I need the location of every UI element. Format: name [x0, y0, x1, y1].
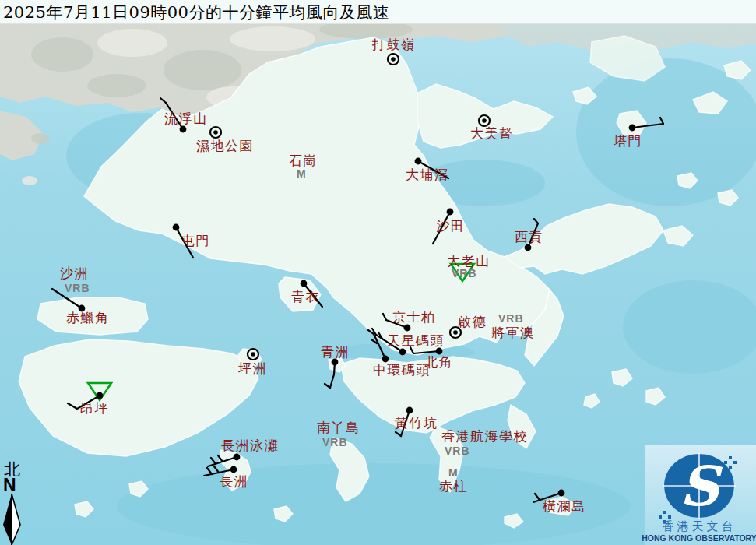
station-label: 橫瀾島 — [543, 498, 586, 514]
hko-logo: S 香港天文台 HONG KONG OBSERVATORY — [642, 445, 756, 545]
station-subtext: VRB — [445, 445, 470, 457]
station-label: 濕地公園 — [196, 138, 254, 153]
station-dot — [525, 244, 532, 251]
station-label: 長洲 — [220, 473, 248, 489]
station-label: 西貢 — [515, 229, 543, 244]
station-label: 黃竹坑 — [395, 415, 438, 431]
station-dot — [404, 325, 411, 332]
calm-wind-center — [453, 330, 458, 335]
station-label: 塔門 — [613, 133, 642, 149]
compass-letter: N — [3, 475, 16, 495]
station-subtext: VRB — [65, 282, 90, 294]
hko-logo-chinese: 香港天文台 — [663, 519, 737, 533]
calm-wind-center — [213, 130, 218, 135]
wind-map-app: 打鼓嶺流浮山濕地公園M石崗大埔滘大美督塔門沙田西貢VRB大老山屯門VRB沙洲赤鱲… — [0, 0, 756, 545]
station-sha-chau: VRB沙洲 — [60, 265, 90, 294]
calm-wind-center — [251, 352, 255, 357]
calm-wind-center — [482, 118, 487, 123]
station-dot — [558, 490, 565, 497]
station-label: 香港航海學校 — [441, 428, 528, 444]
station-label: 石崗 — [289, 153, 318, 168]
station-label: 赤鱲角 — [66, 310, 110, 325]
hko-logo-english: HONG KONG OBSERVATORY — [642, 533, 756, 543]
station-dot — [230, 466, 237, 473]
station-label: 將軍澳 — [491, 325, 535, 340]
station-label: 大老山 — [447, 253, 491, 269]
station-dot — [234, 454, 241, 461]
station-label: 青衣 — [291, 289, 320, 304]
station-subtext: VRB — [452, 267, 477, 280]
station-subtext: M — [297, 167, 307, 180]
station-label: 北角 — [424, 354, 453, 370]
station-dot — [406, 407, 413, 414]
station-label: 沙洲 — [60, 265, 89, 281]
station-label: 赤柱 — [439, 478, 468, 494]
station-label: 屯門 — [181, 233, 210, 248]
station-subtext: M — [448, 466, 459, 479]
map-canvas: 打鼓嶺流浮山濕地公園M石崗大埔滘大美督塔門沙田西貢VRB大老山屯門VRB沙洲赤鱲… — [0, 0, 756, 545]
station-label: 坪洲 — [238, 360, 267, 376]
station-dot — [97, 392, 104, 399]
station-label: 打鼓嶺 — [371, 37, 416, 52]
station-dot — [629, 125, 636, 132]
title-bar: 2025年7月11日09時00分的十分鐘平均風向及風速 — [0, 0, 756, 24]
station-dot — [399, 349, 406, 356]
calm-wind-center — [391, 57, 396, 62]
station-dot — [301, 280, 308, 287]
station-dot — [173, 224, 180, 231]
station-label: 昂坪 — [80, 400, 109, 416]
station-label: 啟德 — [458, 314, 487, 329]
station-dot — [415, 158, 422, 165]
station-label: 天星碼頭 — [387, 332, 445, 348]
station-dot — [447, 209, 454, 216]
station-label: 京士柏 — [392, 309, 436, 325]
station-label: 沙田 — [436, 218, 465, 234]
station-label: 青洲 — [321, 344, 350, 360]
station-label: 長洲泳灘 — [221, 438, 279, 453]
station-label: 大埔滘 — [406, 167, 449, 182]
station-label: 大美督 — [470, 125, 514, 141]
station-subtext: VRB — [322, 436, 348, 448]
station-label: 流浮山 — [164, 111, 208, 126]
hko-logo-s-glyph: S — [680, 454, 723, 519]
station-label: 中環碼頭 — [373, 362, 431, 378]
station-dot — [180, 126, 187, 133]
station-label: 南丫島 — [317, 420, 360, 435]
station-subtext: VRB — [498, 312, 524, 325]
map-title: 2025年7月11日09時00分的十分鐘平均風向及風速 — [0, 0, 756, 23]
